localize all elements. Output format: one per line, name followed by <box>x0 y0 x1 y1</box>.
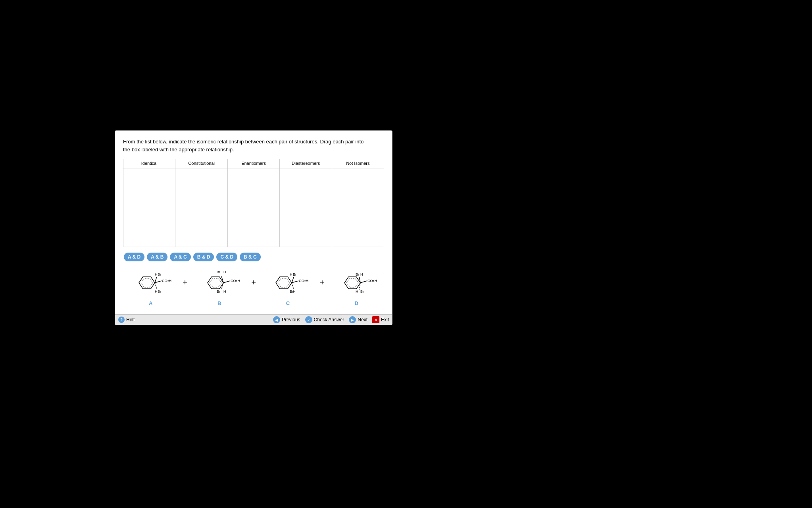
check-answer-button[interactable]: ✓ Check Answer <box>305 316 344 323</box>
drop-zone-label-diastereomers: Diastereomers <box>280 159 331 168</box>
svg-text:H: H <box>360 272 363 276</box>
drop-zones-container: Identical Constitutional Enantiomers Dia… <box>123 159 384 247</box>
next-button[interactable]: ▶ Next <box>349 316 368 323</box>
svg-text:Br: Br <box>293 272 296 276</box>
pair-chips-container: A & D A & B A & C B & D C & D B & C <box>123 253 384 261</box>
svg-text:H: H <box>155 272 158 276</box>
chip-cd[interactable]: C & D <box>216 253 237 261</box>
exit-label: Exit <box>381 317 389 323</box>
svg-marker-0 <box>139 277 155 289</box>
next-label: Next <box>358 317 368 323</box>
svg-text:H: H <box>223 270 226 274</box>
structures-area: CO₂H H Br H Br A + <box>123 267 384 310</box>
svg-text:Br: Br <box>360 290 364 294</box>
svg-marker-20 <box>276 277 292 289</box>
svg-line-2 <box>155 281 162 283</box>
structure-b: CO₂H Br H Br H B <box>202 267 237 306</box>
svg-text:CO₂H: CO₂H <box>162 279 171 283</box>
svg-text:Br: Br <box>217 270 220 274</box>
svg-line-26 <box>292 277 294 283</box>
check-answer-icon: ✓ <box>305 316 312 323</box>
hint-label[interactable]: Hint <box>126 317 135 323</box>
check-answer-label: Check Answer <box>314 317 344 323</box>
plus-ab: + <box>180 278 190 295</box>
previous-icon: ◀ <box>273 316 280 323</box>
svg-text:CO₂H: CO₂H <box>368 279 377 283</box>
chip-bd[interactable]: B & D <box>193 253 214 261</box>
structure-c-label: C <box>286 300 290 306</box>
next-icon: ▶ <box>349 316 356 323</box>
instructions: From the list below, indicate the isomer… <box>123 138 384 153</box>
previous-button[interactable]: ◀ Previous <box>273 316 300 323</box>
drop-zone-diastereomers[interactable]: Diastereomers <box>280 159 332 247</box>
structure-c: CO₂H H Br Br H C <box>270 267 306 306</box>
svg-text:CO₂H: CO₂H <box>299 279 308 283</box>
exit-button[interactable]: ✕ Exit <box>372 316 389 323</box>
svg-text:H: H <box>155 290 158 294</box>
svg-text:H: H <box>293 290 296 294</box>
structure-a: CO₂H H Br H Br A <box>133 267 169 306</box>
structure-b-label: B <box>217 300 221 306</box>
hint-icon: ? <box>118 317 125 323</box>
svg-marker-1 <box>141 278 153 287</box>
svg-line-22 <box>292 281 298 283</box>
nav-area: ◀ Previous ✓ Check Answer ▶ Next ✕ Exit <box>273 316 389 323</box>
svg-marker-10 <box>208 277 223 289</box>
bottom-bar: ? Hint ◀ Previous ✓ Check Answer ▶ Next … <box>115 314 392 325</box>
svg-line-32 <box>360 281 367 283</box>
svg-text:Br: Br <box>158 272 161 276</box>
svg-text:CO₂H: CO₂H <box>231 279 240 283</box>
plus-bc: + <box>249 278 258 295</box>
chip-bc[interactable]: B & C <box>240 253 261 261</box>
structure-d-label: D <box>355 300 358 306</box>
exit-icon: ✕ <box>372 316 379 323</box>
svg-text:H: H <box>223 290 226 294</box>
structure-a-label: A <box>149 300 152 306</box>
svg-text:Br: Br <box>217 290 220 294</box>
drop-zone-label-identical: Identical <box>123 159 175 168</box>
chip-ac[interactable]: A & C <box>170 253 190 261</box>
previous-label: Previous <box>282 317 300 323</box>
svg-text:Br: Br <box>356 272 359 276</box>
svg-line-7 <box>155 283 157 289</box>
drop-zone-label-constitutional: Constitutional <box>175 159 227 168</box>
plus-cd: + <box>317 278 327 295</box>
drop-zone-label-not-isomers: Not Isomers <box>332 159 384 168</box>
hint-area[interactable]: ? Hint <box>118 317 135 323</box>
chip-ab[interactable]: A & B <box>147 253 167 261</box>
svg-marker-31 <box>346 278 358 287</box>
svg-text:H: H <box>290 272 292 276</box>
drop-zone-constitutional[interactable]: Constitutional <box>175 159 227 247</box>
drop-zone-not-isomers[interactable]: Not Isomers <box>332 159 384 247</box>
svg-line-12 <box>223 281 230 283</box>
drop-zone-identical[interactable]: Identical <box>123 159 175 247</box>
drop-zone-enantiomers[interactable]: Enantiomers <box>228 159 280 247</box>
structure-d: CO₂H Br H H Br D <box>339 267 374 306</box>
chip-ad[interactable]: A & D <box>124 253 144 261</box>
drop-zone-label-enantiomers: Enantiomers <box>228 159 279 168</box>
svg-marker-11 <box>210 278 221 287</box>
svg-text:Br: Br <box>158 290 161 294</box>
svg-text:H: H <box>356 290 358 294</box>
svg-marker-30 <box>344 277 360 289</box>
svg-line-29 <box>292 283 294 289</box>
svg-line-4 <box>155 277 157 283</box>
svg-marker-21 <box>278 278 290 287</box>
